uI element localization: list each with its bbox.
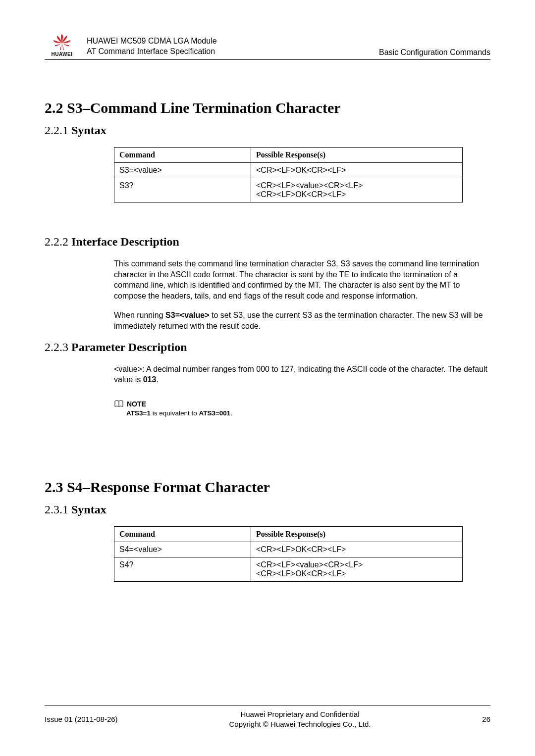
cell-cmd-s4-query: S4? (114, 557, 251, 581)
header-doc-title: HUAWEI MC509 CDMA LGA Module AT Command … (87, 36, 379, 57)
heading-2-3-1: 2.3.1 Syntax (45, 503, 490, 516)
heading-2-2-2: 2.2.2 Interface Description (45, 235, 490, 249)
book-icon (114, 400, 124, 408)
note-label: NOTE (127, 400, 146, 408)
huawei-logo: HUAWEI (45, 30, 79, 57)
th-command: Command (114, 148, 251, 163)
p-interface-desc-2: When running S3=<value> to set S3, use t… (114, 310, 490, 331)
p-interface-desc-1: This command sets the command line termi… (114, 258, 490, 301)
heading-2-2-3: 2.2.3 Parameter Description (45, 341, 490, 354)
cell-cmd-s3-set: S3=<value> (114, 163, 251, 178)
note-block: NOTE ATS3=1 is equivalent to ATS3=001. (114, 400, 490, 417)
cell-resp-s3-set: <CR><LF>OK<CR><LF> (251, 163, 463, 178)
th-responses: Possible Response(s) (251, 148, 463, 163)
header-chapter: Basic Configuration Commands (379, 48, 490, 57)
footer-issue: Issue 01 (2011-08-26) (45, 715, 118, 723)
cell-resp-s4-query: <CR><LF><value><CR><LF> <CR><LF>OK<CR><L… (251, 557, 463, 581)
p-param-desc: <value>: A decimal number ranges from 00… (114, 364, 490, 385)
doc-title-line1: HUAWEI MC509 CDMA LGA Module (87, 36, 379, 47)
cell-resp-s3-query: <CR><LF><value><CR><LF> <CR><LF>OK<CR><L… (251, 178, 463, 202)
cell-cmd-s3-query: S3? (114, 178, 251, 202)
note-text: ATS3=1 is equivalent to ATS3=001. (126, 409, 490, 417)
heading-2-2: 2.2 S3–Command Line Termination Characte… (45, 100, 490, 116)
page-header: HUAWEI HUAWEI MC509 CDMA LGA Module AT C… (45, 30, 490, 60)
page-footer: Issue 01 (2011-08-26) Huawei Proprietary… (45, 705, 490, 729)
logo-label: HUAWEI (52, 51, 73, 57)
cell-cmd-s4-set: S4=<value> (114, 542, 251, 557)
heading-2-3: 2.3 S4–Response Format Character (45, 479, 490, 496)
footer-center: Huawei Proprietary and Confidential Copy… (118, 709, 482, 729)
doc-title-line2: AT Command Interface Specification (87, 47, 379, 57)
cell-resp-s4-set: <CR><LF>OK<CR><LF> (251, 542, 463, 557)
th-responses: Possible Response(s) (251, 526, 463, 542)
th-command: Command (114, 526, 251, 542)
heading-2-2-1: 2.2.1 Syntax (45, 124, 490, 137)
huawei-petal-icon (52, 34, 72, 51)
table-s3-syntax: Command Possible Response(s) S3=<value> … (114, 147, 463, 202)
table-s4-syntax: Command Possible Response(s) S4=<value> … (114, 526, 463, 582)
footer-page-number: 26 (482, 715, 490, 723)
